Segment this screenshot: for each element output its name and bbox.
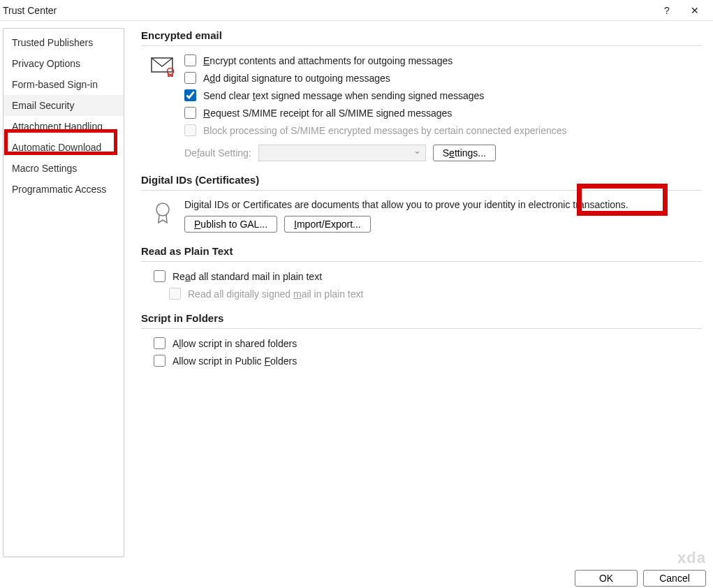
cancel-button[interactable]: Cancel [643,570,706,587]
default-setting-combo[interactable] [258,145,426,161]
title-bar: Trust Center ? ✕ [0,0,713,21]
checkbox-send-clear-text[interactable]: Send clear text signed message when send… [184,89,702,101]
checkbox-encrypt-contents-input[interactable] [184,54,196,66]
checkbox-read-signed-plain: Read all digitally signed mail in plain … [169,288,702,300]
sidebar-item-automatic-download[interactable]: Automatic Download [3,137,124,158]
section-heading-read-plain-text: Read as Plain Text [141,245,702,262]
import-export-button[interactable]: Import/Export... [284,216,371,233]
sidebar-item-trusted-publishers[interactable]: Trusted Publishers [3,32,124,53]
checkbox-add-digital-signature-input[interactable] [184,72,196,84]
certificate-ribbon-icon [154,202,172,226]
sidebar: Trusted Publishers Privacy Options Form-… [3,28,124,557]
checkbox-read-all-plain-input[interactable] [154,270,166,282]
checkbox-send-clear-text-input[interactable] [184,89,196,101]
encrypted-email-icon-col [141,54,184,161]
checkbox-block-smime-processing: Block processing of S/MIME encrypted mes… [184,124,702,136]
envelope-cert-icon [151,57,175,77]
sidebar-item-programmatic-access[interactable]: Programmatic Access [3,179,124,200]
checkbox-read-signed-plain-input [169,288,181,300]
publish-to-gal-button[interactable]: Publish to GAL... [184,216,277,233]
help-button[interactable]: ? [653,5,681,16]
default-setting-row: Default Setting: Settings... [184,145,702,161]
section-read-plain-text: Read all standard mail in plain text Rea… [141,270,702,300]
section-encrypted-email: Encrypt contents and attachments for out… [141,54,702,161]
content-pane: Encrypted email Encrypt contents and att… [124,21,713,557]
sidebar-item-form-based-signin[interactable]: Form-based Sign-in [3,74,124,95]
checkbox-add-digital-signature[interactable]: Add digital signature to outgoing messag… [184,72,702,84]
section-digital-ids: Digital IDs or Certificates are document… [141,199,702,233]
sidebar-item-email-security[interactable]: Email Security [3,95,124,116]
digital-id-desc: Digital IDs or Certificates are document… [184,199,702,210]
window-title: Trust Center [3,5,653,16]
checkbox-encrypt-contents[interactable]: Encrypt contents and attachments for out… [184,54,702,66]
section-heading-digital-ids: Digital IDs (Certificates) [141,174,702,191]
sidebar-item-attachment-handling[interactable]: Attachment Handling [3,116,124,137]
digital-id-icon-col [141,199,184,233]
sidebar-item-macro-settings[interactable]: Macro Settings [3,158,124,179]
checkbox-script-public-folders[interactable]: Allow script in Public Folders [154,355,702,367]
sidebar-item-privacy-options[interactable]: Privacy Options [3,53,124,74]
encrypted-options: Encrypt contents and attachments for out… [184,54,702,161]
checkbox-request-smime-receipt-input[interactable] [184,107,196,119]
section-heading-script-in-folders: Script in Folders [141,312,702,329]
checkbox-block-smime-processing-input [184,124,196,136]
section-script-in-folders: Allow script in shared folders Allow scr… [141,337,702,367]
section-heading-encrypted-email: Encrypted email [141,29,702,46]
default-setting-label: Default Setting: [184,147,251,159]
checkbox-script-public-folders-input[interactable] [154,355,166,367]
checkbox-script-shared-folders-input[interactable] [154,337,166,349]
digital-id-options: Digital IDs or Certificates are document… [184,199,702,233]
checkbox-read-all-plain[interactable]: Read all standard mail in plain text [154,270,702,282]
svg-point-2 [156,203,169,216]
settings-button[interactable]: Settings... [433,145,496,161]
checkbox-script-shared-folders[interactable]: Allow script in shared folders [154,337,702,349]
checkbox-request-smime-receipt[interactable]: Request S/MIME receipt for all S/MIME si… [184,107,702,119]
close-button[interactable]: ✕ [681,5,709,16]
main-area: Trusted Publishers Privacy Options Form-… [0,21,713,557]
dialog-footer: OK Cancel [575,570,706,587]
ok-button[interactable]: OK [575,570,638,587]
